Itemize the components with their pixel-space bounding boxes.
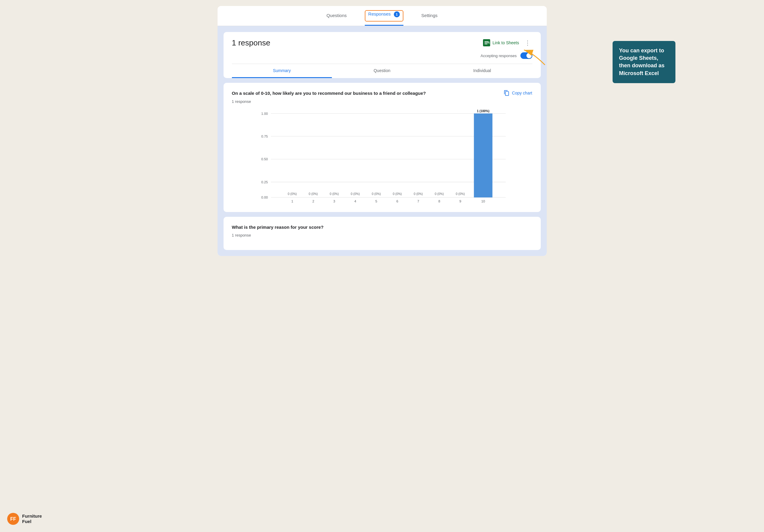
content-area: 1 response Link to Sheets ⋮ — [218, 26, 547, 256]
svg-text:0 (0%): 0 (0%) — [308, 192, 317, 195]
link-to-sheets-button[interactable]: Link to Sheets — [483, 39, 519, 46]
svg-text:0.25: 0.25 — [261, 180, 268, 184]
svg-text:7: 7 — [417, 199, 419, 203]
svg-text:8: 8 — [438, 199, 440, 203]
question-1-header: On a scale of 0-10, how likely are you t… — [232, 90, 532, 97]
more-options-button[interactable]: ⋮ — [523, 38, 532, 48]
copy-icon — [504, 90, 510, 96]
tab-active-box: Responses 1 — [365, 10, 403, 22]
svg-text:0 (0%): 0 (0%) — [435, 192, 444, 195]
logo-text: FurnitureFuel — [22, 513, 42, 524]
svg-rect-3 — [484, 44, 487, 44]
svg-text:FF: FF — [10, 516, 16, 522]
response-header-card: 1 response Link to Sheets ⋮ — [224, 32, 541, 78]
svg-text:3: 3 — [333, 199, 335, 203]
logo-icon: FF — [7, 513, 19, 525]
sheets-icon — [483, 39, 490, 46]
sub-tabs: Summary Question Individual — [232, 64, 532, 78]
sub-tab-question[interactable]: Question — [332, 64, 432, 78]
svg-text:10: 10 — [481, 199, 485, 203]
svg-text:0 (0%): 0 (0%) — [414, 192, 423, 195]
sub-tab-summary[interactable]: Summary — [232, 64, 332, 78]
svg-text:0 (0%): 0 (0%) — [287, 192, 296, 195]
svg-text:0.00: 0.00 — [261, 196, 268, 199]
annotation-box: You can export to Google Sheets, then do… — [613, 41, 675, 83]
svg-text:0.75: 0.75 — [261, 134, 268, 138]
svg-rect-42 — [474, 113, 492, 198]
response-count-title: 1 response — [232, 38, 271, 48]
svg-text:0.50: 0.50 — [261, 157, 268, 161]
tabs-bar: Questions Responses 1 Settings — [218, 6, 547, 26]
arrow-svg — [521, 47, 551, 71]
chart-area: 1.00 0.75 0.50 0.25 0.00 0 (0%) 1 — [232, 109, 532, 205]
copy-chart-label: Copy chart — [512, 91, 532, 95]
copy-chart-button[interactable]: Copy chart — [504, 90, 532, 96]
svg-text:5: 5 — [375, 199, 377, 203]
question-1-text: On a scale of 0-10, how likely are you t… — [232, 90, 426, 97]
responses-badge: 1 — [394, 11, 400, 17]
question-2-text: What is the primary reason for your scor… — [232, 224, 448, 231]
svg-text:4: 4 — [354, 199, 356, 203]
svg-rect-2 — [484, 43, 489, 43]
question-2-response-count: 1 response — [232, 233, 532, 237]
tab-responses[interactable]: Responses 1 — [365, 10, 403, 26]
svg-text:9: 9 — [459, 199, 461, 203]
svg-text:1.00: 1.00 — [261, 111, 268, 115]
sub-tab-individual[interactable]: Individual — [432, 64, 532, 78]
svg-text:2: 2 — [312, 199, 314, 203]
question-1-response-count: 1 response — [232, 99, 532, 104]
svg-text:0 (0%): 0 (0%) — [329, 192, 338, 195]
svg-text:0 (0%): 0 (0%) — [393, 192, 402, 195]
svg-text:0 (0%): 0 (0%) — [351, 192, 360, 195]
svg-text:6: 6 — [396, 199, 398, 203]
accepting-label: Accepting responses — [480, 54, 517, 58]
header-actions: Link to Sheets ⋮ — [483, 38, 532, 48]
svg-text:1: 1 — [291, 199, 293, 203]
logo-area: FF FurnitureFuel — [7, 513, 42, 525]
main-container: Questions Responses 1 Settings 1 respons… — [218, 6, 547, 256]
svg-text:1 (100%): 1 (100%) — [477, 109, 489, 113]
svg-text:0 (0%): 0 (0%) — [456, 192, 465, 195]
link-to-sheets-label: Link to Sheets — [492, 40, 519, 45]
bar-chart-svg: 1.00 0.75 0.50 0.25 0.00 0 (0%) 1 — [232, 109, 532, 205]
tab-questions[interactable]: Questions — [326, 13, 347, 23]
question-1-card: On a scale of 0-10, how likely are you t… — [224, 83, 541, 212]
accepting-row: Accepting responses — [232, 52, 532, 64]
tab-settings[interactable]: Settings — [421, 13, 438, 23]
svg-rect-1 — [484, 41, 489, 42]
svg-text:0 (0%): 0 (0%) — [372, 192, 381, 195]
response-title-row: 1 response Link to Sheets ⋮ — [232, 38, 532, 52]
question-2-card: What is the primary reason for your scor… — [224, 217, 541, 250]
